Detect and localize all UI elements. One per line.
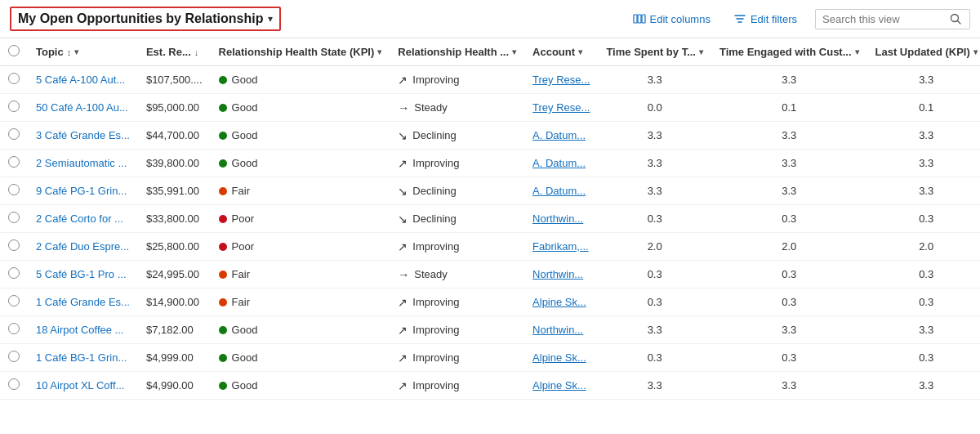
topic-link[interactable]: 3 Café Grande Es... <box>36 129 130 141</box>
topic-link[interactable]: 9 Café PG-1 Grin... <box>36 185 127 197</box>
row-health-trend: ↗Improving <box>390 372 524 400</box>
topic-sort-icon: ↕ <box>67 47 72 57</box>
th-time-spent[interactable]: Time Spent by T... ▾ <box>598 38 711 66</box>
health-dot-icon <box>219 326 227 334</box>
health-state-label: Good <box>232 129 258 141</box>
row-topic: 9 Café PG-1 Grin... <box>28 177 138 205</box>
row-account: Alpine Sk... <box>524 289 598 316</box>
row-health-state: Good <box>211 372 390 400</box>
account-link[interactable]: Alpine Sk... <box>532 379 586 391</box>
trend-direction-icon: ↘ <box>398 129 408 142</box>
search-box[interactable] <box>815 9 970 29</box>
account-link[interactable]: Northwin... <box>532 213 583 225</box>
columns-icon <box>633 12 646 25</box>
th-checkbox[interactable] <box>0 38 28 66</box>
topic-link[interactable]: 2 Café Duo Espre... <box>36 240 129 253</box>
th-health-state[interactable]: Relationship Health State (KPI) ▾ <box>211 38 390 66</box>
row-checkbox[interactable] <box>8 156 20 168</box>
row-time-engaged: 0.3 <box>711 289 867 316</box>
select-all-checkbox[interactable] <box>8 45 20 56</box>
row-last-updated: 0.3 <box>867 205 980 233</box>
row-account: Northwin... <box>524 316 598 344</box>
row-time-engaged: 0.3 <box>711 344 867 372</box>
account-link[interactable]: A. Datum... <box>532 157 586 169</box>
row-health-trend: ↗Improving <box>390 289 524 316</box>
row-est-revenue: $44,700.00 <box>138 122 211 150</box>
row-topic: 18 Airpot Coffee ... <box>28 316 138 344</box>
row-checkbox[interactable] <box>8 239 20 251</box>
row-topic: 2 Café Duo Espre... <box>28 233 138 261</box>
row-health-trend: ↘Declining <box>390 177 524 205</box>
svg-rect-2 <box>642 15 645 23</box>
topic-link[interactable]: 2 Café Corto for ... <box>36 213 123 225</box>
topic-link[interactable]: 10 Airpot XL Coff... <box>36 379 124 391</box>
row-checkbox[interactable] <box>8 128 20 140</box>
account-link[interactable]: Northwin... <box>532 268 583 280</box>
row-checkbox[interactable] <box>8 212 20 223</box>
row-checkbox[interactable] <box>8 295 20 306</box>
row-checkbox[interactable] <box>8 323 20 334</box>
th-est-revenue[interactable]: Est. Re... ↓ <box>138 38 211 66</box>
account-link[interactable]: Fabrikam,... <box>532 240 589 253</box>
row-account: Northwin... <box>524 261 598 289</box>
row-health-trend: ↗Improving <box>390 66 524 94</box>
table-row: 10 Airpot XL Coff...$4,990.00Good↗Improv… <box>0 372 980 400</box>
topic-link[interactable]: 5 Café A-100 Aut... <box>36 74 125 86</box>
row-checkbox-cell <box>0 150 28 177</box>
trend-direction-icon: ↘ <box>398 185 408 198</box>
row-checkbox[interactable] <box>8 73 20 84</box>
account-link[interactable]: Alpine Sk... <box>532 351 586 364</box>
row-checkbox[interactable] <box>8 184 20 195</box>
topic-link[interactable]: 1 Café Grande Es... <box>36 296 130 308</box>
row-time-engaged: 3.3 <box>711 66 867 94</box>
th-account[interactable]: Account ▾ <box>524 38 598 66</box>
topic-link[interactable]: 18 Airpot Coffee ... <box>36 324 123 336</box>
row-checkbox[interactable] <box>8 351 20 362</box>
edit-columns-button[interactable]: Edit columns <box>628 9 715 29</box>
row-time-engaged: 0.3 <box>711 205 867 233</box>
row-time-spent: 3.3 <box>598 122 711 150</box>
row-checkbox[interactable] <box>8 101 20 112</box>
edit-filters-button[interactable]: Edit filters <box>728 9 802 29</box>
title-button[interactable]: My Open Opportunities by Relationship ▾ <box>10 7 281 31</box>
topic-link[interactable]: 5 Café BG-1 Pro ... <box>36 268 127 280</box>
account-link[interactable]: Alpine Sk... <box>532 296 586 308</box>
row-checkbox-cell <box>0 344 28 372</box>
account-link[interactable]: A. Datum... <box>532 129 586 141</box>
health-dot-icon <box>219 243 227 251</box>
trend-direction-icon: ↗ <box>398 157 408 170</box>
table-row: 1 Café Grande Es...$14,900.00Fair↗Improv… <box>0 289 980 316</box>
account-link[interactable]: Trey Rese... <box>532 101 590 114</box>
row-health-trend: →Steady <box>390 94 524 122</box>
row-time-engaged: 0.1 <box>711 94 867 122</box>
th-time-engaged[interactable]: Time Engaged with Cust... ▾ <box>711 38 867 66</box>
row-last-updated: 3.3 <box>867 150 980 177</box>
row-health-trend: ↗Improving <box>390 233 524 261</box>
row-checkbox[interactable] <box>8 378 20 390</box>
row-health-state: Good <box>211 122 390 150</box>
account-link[interactable]: Trey Rese... <box>532 74 590 86</box>
row-time-spent: 3.3 <box>598 150 711 177</box>
row-health-state: Good <box>211 150 390 177</box>
topic-link[interactable]: 1 Café BG-1 Grin... <box>36 351 127 364</box>
topic-link[interactable]: 2 Semiautomatic ... <box>36 157 127 169</box>
row-time-spent: 0.3 <box>598 289 711 316</box>
account-link[interactable]: Northwin... <box>532 324 583 336</box>
health-dot-icon <box>219 354 227 362</box>
row-checkbox[interactable] <box>8 267 20 279</box>
th-health-trend[interactable]: Relationship Health ... ▾ <box>390 38 524 66</box>
health-dot-icon <box>219 132 227 140</box>
th-last-updated[interactable]: Last Updated (KPI) ▾ <box>867 38 980 66</box>
row-time-engaged: 3.3 <box>711 150 867 177</box>
row-topic: 2 Café Corto for ... <box>28 205 138 233</box>
th-topic[interactable]: Topic ↕ ▾ <box>28 38 138 66</box>
row-account: A. Datum... <box>524 122 598 150</box>
search-input[interactable] <box>822 13 945 25</box>
topic-link[interactable]: 50 Café A-100 Au... <box>36 101 128 114</box>
account-link[interactable]: A. Datum... <box>532 185 586 197</box>
health-dot-icon <box>219 382 227 390</box>
health-state-label: Good <box>232 101 258 114</box>
row-topic: 2 Semiautomatic ... <box>28 150 138 177</box>
row-last-updated: 0.3 <box>867 344 980 372</box>
row-last-updated: 3.3 <box>867 177 980 205</box>
